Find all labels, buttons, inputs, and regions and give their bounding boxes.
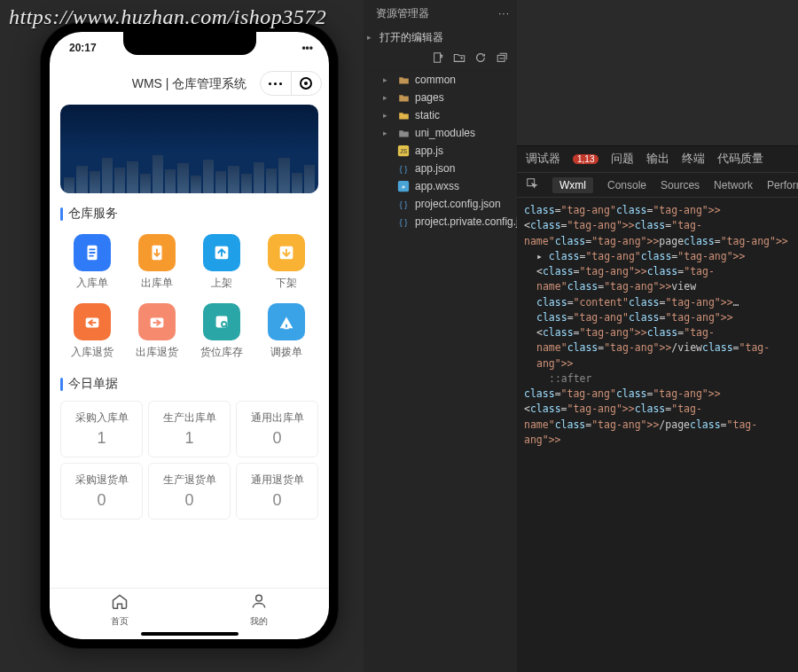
chevron-right-icon: ▸ <box>383 93 392 102</box>
explorer-toolbar <box>364 48 517 71</box>
stat-card[interactable]: 通用出库单0 <box>236 401 318 457</box>
refresh-icon[interactable] <box>474 51 487 66</box>
stat-card[interactable]: 通用退货单0 <box>236 463 318 520</box>
capsule-close[interactable] <box>292 72 322 95</box>
explorer-more-icon[interactable]: ··· <box>498 7 510 20</box>
service-inventory[interactable]: 货位库存 <box>190 300 254 363</box>
tab-home[interactable]: 首页 <box>50 589 190 630</box>
stat-card[interactable]: 生产出库单1 <box>148 401 231 457</box>
service-return-out[interactable]: 出库退货 <box>125 300 190 363</box>
arrow-up-box-icon <box>203 234 240 271</box>
folder-icon <box>397 128 410 139</box>
json-file-icon: { } <box>397 215 410 228</box>
tab-label: 首页 <box>111 615 129 628</box>
home-indicator <box>141 632 239 636</box>
file-node[interactable]: #app.wxss <box>367 177 513 195</box>
dom-tree[interactable]: class="tag-ang"class="tag-ang">><class="… <box>517 198 798 453</box>
panel-tab-sources[interactable]: Sources <box>661 179 700 191</box>
panel-tab-console[interactable]: Console <box>607 179 646 191</box>
json-file-icon: { } <box>397 198 410 210</box>
new-folder-icon[interactable] <box>453 51 466 66</box>
folder-node[interactable]: ▸pages <box>367 89 513 106</box>
service-label: 调拨单 <box>270 345 302 360</box>
service-label: 货位库存 <box>200 345 243 360</box>
dom-line[interactable]: class="tag-ang"class="tag-ang">><class="… <box>524 387 791 448</box>
skyline-graphic <box>60 153 318 193</box>
dom-line[interactable]: ::after <box>524 371 791 387</box>
stat-title: 生产出库单 <box>163 410 216 426</box>
today-grid: 采购入库单1生产出库单1通用出库单0采购退货单0生产退货单0通用退货单0 <box>60 401 318 520</box>
stat-title: 生产退货单 <box>163 473 216 488</box>
service-file-export[interactable]: 出库单 <box>125 231 190 294</box>
inventory-icon <box>203 303 240 340</box>
file-tree: ▸common▸pages▸static▸uni_modulesJSapp.js… <box>364 71 517 231</box>
file-node[interactable]: { }project.config.json <box>367 195 513 213</box>
banner-image[interactable] <box>60 105 318 193</box>
service-return-in[interactable]: 入库退货 <box>60 300 125 363</box>
explorer-panel: 资源管理器 ··· ▸ 打开的编辑器 ▸common▸pages▸static▸… <box>364 0 517 672</box>
svg-text:{ }: { } <box>399 199 408 209</box>
home-icon <box>111 592 129 613</box>
tree-label: app.json <box>415 162 455 175</box>
miniprogram-capsule[interactable] <box>260 71 322 96</box>
stat-card[interactable]: 采购退货单0 <box>60 463 143 520</box>
tree-label: uni_modules <box>415 127 475 139</box>
wxss-file-icon: # <box>397 180 410 192</box>
svg-rect-10 <box>434 53 441 63</box>
file-node[interactable]: JSapp.js <box>367 142 513 160</box>
svg-point-9 <box>256 595 262 601</box>
file-node[interactable]: { }app.json <box>367 160 513 177</box>
service-arrow-down-box[interactable]: 下架 <box>254 231 318 294</box>
debugger-tab[interactable]: 终端 <box>682 152 705 167</box>
explorer-title: 资源管理器 <box>376 6 429 21</box>
chevron-right-icon: ▸ <box>367 33 376 42</box>
tree-label: project.config.json <box>415 198 501 210</box>
service-transfer[interactable]: 调拨单 <box>254 300 318 363</box>
tree-label: app.wxss <box>415 180 459 192</box>
debugger-tab[interactable]: 问题 <box>611 152 634 167</box>
stat-value: 0 <box>272 429 281 448</box>
open-editors-label: 打开的编辑器 <box>379 30 443 45</box>
folder-icon <box>397 92 410 104</box>
return-out-icon <box>138 303 176 340</box>
dom-line[interactable]: ▸ class="tag-ang"class="tag-ang">><class… <box>524 249 791 371</box>
ellipsis-icon <box>269 82 282 85</box>
service-file-import[interactable]: 入库单 <box>60 231 125 294</box>
services-grid: 入库单 出库单 上架 下架 入库退货 出库退货 货位库存 调拨单 <box>60 231 318 363</box>
debugger-tab[interactable]: 代码质量 <box>717 152 763 167</box>
js-file-icon: JS <box>397 145 410 157</box>
stat-card[interactable]: 生产退货单0 <box>148 463 231 520</box>
service-label: 入库单 <box>76 276 108 291</box>
inspect-element-icon[interactable] <box>526 177 538 192</box>
collapse-all-icon[interactable] <box>496 51 508 66</box>
svg-rect-8 <box>285 324 288 329</box>
tree-label: app.js <box>415 145 443 157</box>
folder-node[interactable]: ▸common <box>367 71 513 89</box>
service-label: 入库退货 <box>71 345 113 360</box>
file-node[interactable]: { }project.private.config.js… <box>367 213 513 231</box>
stat-title: 通用出库单 <box>251 410 304 426</box>
arrow-down-box-icon <box>268 234 305 271</box>
open-editors-row[interactable]: ▸ 打开的编辑器 <box>364 27 517 48</box>
stat-card[interactable]: 采购入库单1 <box>60 401 143 457</box>
stat-title: 通用退货单 <box>251 473 304 488</box>
folder-node[interactable]: ▸uni_modules <box>367 124 513 142</box>
service-label: 下架 <box>276 276 297 291</box>
section-header-today: 今日单据 <box>60 376 318 392</box>
folder-node[interactable]: ▸static <box>367 106 513 124</box>
status-right: ••• <box>301 42 313 54</box>
panel-tab-performance[interactable]: Performance <box>767 179 798 191</box>
debugger-tab[interactable]: 调试器 <box>526 152 560 167</box>
panel-tab-network[interactable]: Network <box>714 179 753 191</box>
service-arrow-up-box[interactable]: 上架 <box>190 231 254 294</box>
devtools-panel-tabs: WxmlConsoleSourcesNetworkPerformance <box>517 173 798 198</box>
dom-line[interactable]: class="tag-ang"class="tag-ang">><class="… <box>524 203 791 249</box>
new-file-icon[interactable] <box>432 51 444 66</box>
tab-person[interactable]: 我的 <box>190 589 330 630</box>
folder-icon <box>397 74 410 86</box>
tab-label: 我的 <box>250 615 268 628</box>
debugger-tab[interactable]: 输出 <box>646 152 669 167</box>
panel-tab-wxml[interactable]: Wxml <box>552 177 593 193</box>
service-label: 上架 <box>211 276 232 291</box>
capsule-menu[interactable] <box>261 72 292 95</box>
